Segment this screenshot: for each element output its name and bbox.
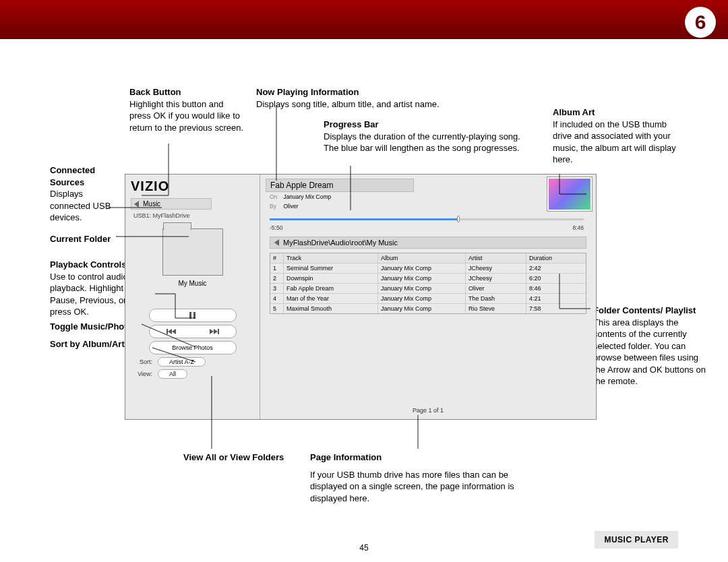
- callout-body: Displays the duration of the currently-p…: [324, 131, 533, 154]
- meta-value: January Mix Comp: [283, 193, 331, 200]
- callout-title: Folder Contents/ Playlist: [593, 305, 708, 317]
- brand-logo: VIZIO: [131, 179, 254, 194]
- callout-title: Album Art: [553, 106, 688, 119]
- folder-icon: [162, 228, 223, 276]
- chevron-left-icon: [134, 201, 139, 208]
- time-total: 8:46: [572, 224, 584, 231]
- chevron-left-icon: [274, 239, 279, 246]
- callout-progress-bar: Progress Bar Displays the duration of th…: [324, 119, 533, 154]
- table-header: # Track Album Artist Duration: [270, 253, 586, 263]
- callout-title: Page Information: [310, 451, 519, 464]
- time-elapsed: -5:50: [270, 224, 282, 231]
- back-button[interactable]: Music: [131, 198, 212, 210]
- callout-body: If your USB thumb drive has more files t…: [310, 469, 519, 505]
- cell: 2:42: [526, 263, 574, 273]
- cell: 7:58: [526, 304, 574, 313]
- cell: 2: [270, 274, 284, 283]
- col-duration: Duration: [526, 253, 574, 263]
- cell: Fab Apple Dream: [284, 284, 378, 293]
- previous-icon: [166, 329, 176, 334]
- cell: 4:21: [526, 294, 574, 303]
- callout-body: This area displays the contents of the c…: [593, 317, 708, 387]
- callout-body: Displays connected USB devices.: [50, 188, 124, 224]
- callout-body: If included on the USB thumb drive and a…: [553, 119, 688, 166]
- col-artist: Artist: [466, 253, 526, 263]
- prev-next-buttons[interactable]: [149, 325, 237, 338]
- callout-title: Current Folder: [50, 233, 131, 245]
- page-info: Page 1 of 1: [260, 407, 596, 414]
- callout-title: View All or View Folders: [183, 451, 291, 464]
- callout-body: Displays song title, album title, and ar…: [256, 98, 512, 111]
- callout-album-art: Album Art If included on the USB thumb d…: [553, 106, 688, 166]
- cell: 6:20: [526, 274, 574, 283]
- current-folder[interactable]: My Music: [131, 228, 254, 287]
- left-panel: VIZIO Music USB1: MyFlashDrive My Music …: [125, 175, 260, 419]
- cell: 1: [270, 263, 284, 273]
- browse-photos-button[interactable]: Browse Photos: [149, 341, 237, 354]
- cell: Seminal Summer: [284, 263, 378, 273]
- progress-bar[interactable]: [270, 215, 584, 223]
- progress-thumb: [457, 216, 460, 222]
- next-icon: [210, 329, 219, 334]
- progress-fill: [270, 218, 458, 220]
- callout-title: Connected Sources: [50, 164, 124, 188]
- cell: Rio Steve: [466, 304, 526, 313]
- cell: 8:46: [526, 284, 574, 293]
- cell: The Dash: [466, 294, 526, 303]
- sort-value: Artist A-Z: [158, 357, 206, 367]
- connected-source[interactable]: USB1: MyFlashDrive: [131, 212, 254, 219]
- view-row[interactable]: View: All: [131, 369, 254, 379]
- table-row[interactable]: 1 Seminal Summer January Mix Comp JChees…: [270, 263, 586, 274]
- track-table: # Track Album Artist Duration 1 Seminal …: [270, 253, 586, 314]
- cell: JCheesy: [466, 263, 526, 273]
- time-row: -5:50 8:46: [266, 224, 590, 234]
- path-text: MyFlashDrive\Audio\root\My Music: [283, 239, 398, 247]
- breadcrumb[interactable]: MyFlashDrive\Audio\root\My Music: [270, 237, 586, 249]
- play-pause-button[interactable]: [149, 309, 237, 322]
- callout-now-playing: Now Playing Information Displays song ti…: [256, 86, 512, 110]
- cell: 3: [270, 284, 284, 293]
- table-row[interactable]: 2 Downspin January Mix Comp JCheesy 6:20: [270, 274, 586, 284]
- cell: Downspin: [284, 274, 378, 283]
- cell: Oliver: [466, 284, 526, 293]
- callout-title: Progress Bar: [324, 119, 533, 131]
- table-row[interactable]: 3 Fab Apple Dream January Mix Comp Olive…: [270, 284, 586, 294]
- callout-body: Highlight this button and press OK if yo…: [129, 98, 244, 134]
- col-track: Track: [284, 253, 378, 263]
- meta-value: Oliver: [283, 203, 298, 210]
- cell: January Mix Comp: [378, 263, 466, 273]
- meta-key: By: [270, 203, 282, 210]
- cell: January Mix Comp: [378, 294, 466, 303]
- meta-key: On: [270, 193, 282, 200]
- album-art: [547, 177, 592, 211]
- now-playing-title: Fab Apple Dream: [266, 179, 414, 192]
- callout-title: Back Button: [129, 86, 244, 98]
- callout-current-folder: Current Folder: [50, 233, 131, 245]
- cell: January Mix Comp: [378, 284, 466, 293]
- view-label: View:: [131, 371, 152, 377]
- callout-page-info: Page Information If your USB thumb drive…: [310, 451, 519, 504]
- page-badge: 6: [685, 7, 716, 38]
- table-row[interactable]: 5 Maximal Smooth January Mix Comp Rio St…: [270, 304, 586, 313]
- page-header-bar: 6: [0, 0, 728, 39]
- cell: 5: [270, 304, 284, 313]
- callout-connected-sources: Connected Sources Displays connected USB…: [50, 164, 124, 224]
- callout-back-button: Back Button Highlight this button and pr…: [129, 86, 244, 133]
- cell: JCheesy: [466, 274, 526, 283]
- section-label: Music: [143, 200, 160, 208]
- right-panel: Fab Apple Dream On January Mix Comp By O…: [260, 175, 596, 419]
- sort-row[interactable]: Sort: Artist A-Z: [131, 357, 254, 367]
- sort-label: Sort:: [131, 358, 152, 365]
- view-value: All: [158, 369, 187, 379]
- music-player-screen: VIZIO Music USB1: MyFlashDrive My Music …: [125, 174, 597, 420]
- callout-folder-contents: Folder Contents/ Playlist This area disp…: [593, 305, 708, 387]
- now-playing-album: On January Mix Comp: [266, 192, 590, 201]
- cell: January Mix Comp: [378, 304, 466, 313]
- callout-view-all: View All or View Folders: [183, 451, 291, 464]
- col-num: #: [270, 253, 284, 263]
- now-playing-artist: By Oliver: [266, 201, 590, 211]
- table-row[interactable]: 4 Man of the Year January Mix Comp The D…: [270, 294, 586, 304]
- callout-title: Now Playing Information: [256, 86, 512, 98]
- cell: Man of the Year: [284, 294, 378, 303]
- folder-label: My Music: [131, 280, 254, 287]
